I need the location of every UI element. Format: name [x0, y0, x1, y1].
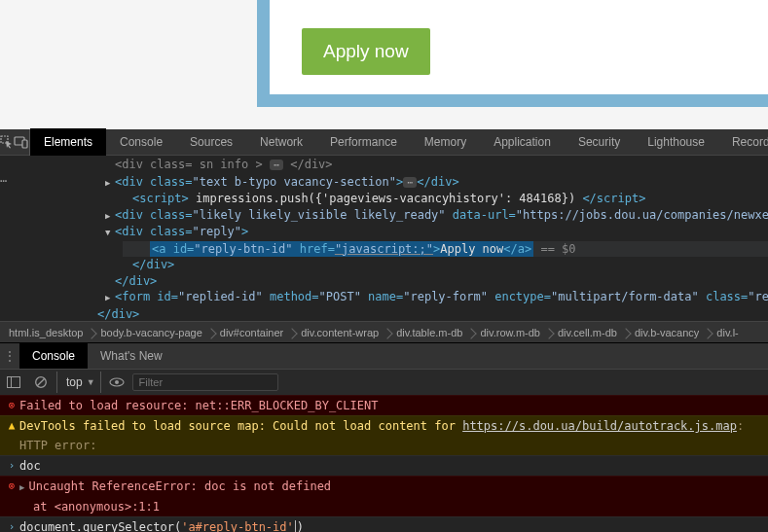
warning-link[interactable]: https://s.dou.ua/build/autotrack.js.map	[462, 419, 737, 433]
crumb[interactable]: div#container	[211, 327, 292, 338]
device-toggle-icon[interactable]	[14, 129, 30, 156]
console-warning[interactable]: ▲DevTools failed to load source map: Cou…	[0, 415, 768, 455]
tab-application[interactable]: Application	[480, 128, 565, 156]
crumb[interactable]: body.b-vacancy-page	[91, 327, 210, 338]
tab-recorder[interactable]: Record	[718, 128, 768, 156]
caret-right-icon[interactable]: ▶	[19, 482, 24, 492]
crumb[interactable]: div.table.m-db	[387, 327, 471, 338]
page-preview: Apply now	[0, 0, 768, 129]
console-error[interactable]: ⊗▶Uncaught ReferenceError: doc is not de…	[0, 476, 768, 516]
svg-point-8	[115, 380, 119, 384]
console-input[interactable]: ›doc	[0, 455, 768, 476]
elements-panel[interactable]: ⋯ <div class= sn info > ⋯ </div> <div cl…	[0, 156, 768, 321]
dom-breadcrumb[interactable]: html.is_desktop body.b-vacancy-page div#…	[0, 321, 768, 342]
dom-line[interactable]: <div class="text b-typo vacancy-section"…	[88, 174, 768, 192]
error-icon: ⊗	[4, 477, 19, 516]
console-messages[interactable]: ⊗Failed to load resource: net::ERR_BLOCK…	[0, 395, 768, 532]
dom-line[interactable]: <div class="likely likely_visible likely…	[88, 207, 768, 225]
execution-context[interactable]: top ▼	[56, 372, 101, 393]
console-toolbar: top ▼	[0, 369, 768, 395]
context-label: top	[66, 375, 83, 389]
crumb[interactable]: div.cell.m-db	[549, 327, 626, 338]
tab-elements[interactable]: Elements	[30, 128, 106, 156]
inspect-icon[interactable]	[0, 129, 14, 156]
overflow-ellipsis[interactable]: ⋯	[0, 173, 7, 190]
crumb[interactable]: div.l-	[708, 327, 747, 338]
crumb[interactable]: div.row.m-db	[471, 327, 549, 338]
text-cursor	[295, 520, 296, 532]
dom-line[interactable]: </div>	[88, 273, 768, 290]
drawer-tab-console[interactable]: Console	[19, 343, 88, 369]
drawer-menu-icon[interactable]: ⋮	[0, 348, 19, 364]
apply-now-button[interactable]: Apply now	[302, 28, 430, 75]
console-input-current[interactable]: ›document.querySelector('a#reply-btn-id'…	[0, 516, 768, 532]
crumb[interactable]: div.content-wrap	[292, 327, 387, 338]
dom-line[interactable]: <div class="reply">	[88, 224, 768, 241]
tab-lighthouse[interactable]: Lighthouse	[634, 128, 718, 156]
tab-security[interactable]: Security	[565, 128, 634, 156]
warning-icon: ▲	[4, 416, 19, 455]
tab-console[interactable]: Console	[106, 128, 176, 156]
svg-rect-2	[22, 140, 27, 148]
svg-line-6	[37, 378, 45, 386]
chevron-down-icon: ▼	[87, 377, 95, 387]
live-expression-icon[interactable]	[105, 372, 128, 393]
devtools-tabs: Elements Console Sources Network Perform…	[0, 129, 768, 156]
console-error[interactable]: ⊗Failed to load resource: net::ERR_BLOCK…	[0, 395, 768, 415]
crumb[interactable]: div.b-vacancy	[626, 327, 708, 338]
chevron-right-icon: ›	[4, 456, 19, 476]
dom-line[interactable]: </div>	[105, 257, 768, 273]
crumb[interactable]: html.is_desktop	[0, 327, 91, 338]
console-filter-input[interactable]	[132, 373, 278, 391]
clear-console-icon[interactable]	[29, 372, 53, 393]
devtools: Elements Console Sources Network Perform…	[0, 129, 768, 532]
console-sidebar-toggle-icon[interactable]	[2, 372, 25, 393]
tab-memory[interactable]: Memory	[411, 128, 480, 156]
svg-rect-3	[8, 377, 20, 388]
dom-line[interactable]: <form id="replied-id" method="POST" name…	[88, 289, 768, 306]
tab-network[interactable]: Network	[246, 128, 316, 156]
tab-sources[interactable]: Sources	[176, 128, 246, 156]
dom-line-selected[interactable]: <a id="reply-btn-id" href="javascript:;"…	[123, 241, 768, 258]
drawer-tab-whatsnew[interactable]: What's New	[88, 343, 175, 369]
dom-line[interactable]: <div class= sn info > ⋯ </div>	[88, 157, 768, 174]
tab-performance[interactable]: Performance	[316, 128, 411, 156]
console-drawer-tabs: ⋮ Console What's New	[0, 342, 768, 369]
error-icon: ⊗	[4, 396, 19, 415]
chevron-right-icon: ›	[4, 517, 19, 532]
dom-line[interactable]: </div>	[70, 306, 768, 322]
dom-line[interactable]: <script> impressions.push({'pageviews-va…	[105, 191, 768, 207]
